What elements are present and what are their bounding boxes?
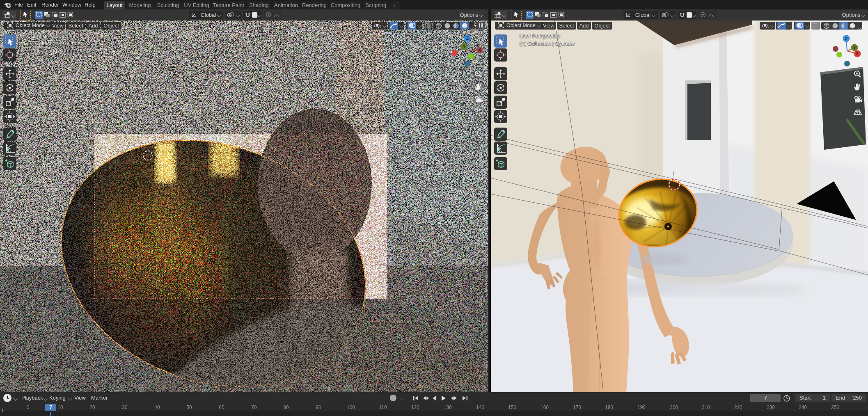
svg-text:Y: Y <box>463 44 466 49</box>
svg-text:Z: Z <box>845 37 847 41</box>
svg-text:Y: Y <box>853 46 856 50</box>
svg-text:Z: Z <box>466 36 469 41</box>
svg-text:X: X <box>479 48 481 53</box>
svg-text:X: X <box>856 52 859 56</box>
